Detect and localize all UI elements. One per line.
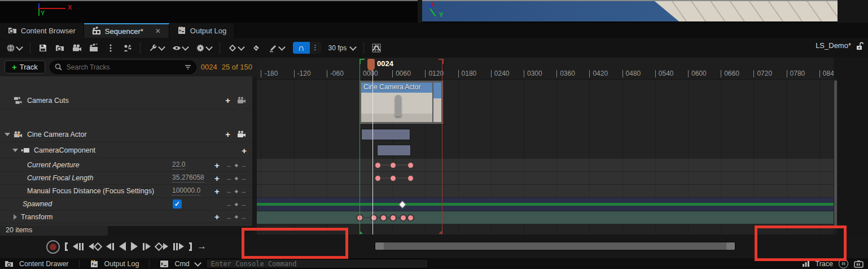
scrollbar-resize-right[interactable] [726,242,735,250]
add-track-button[interactable]: + Track [5,60,45,73]
aperture-keyframe[interactable] [389,162,397,169]
viewport-top-right[interactable]: Y [422,0,838,23]
transform-keyframe[interactable] [389,214,397,222]
current-frame-field[interactable]: 0024 [201,63,217,71]
track-row-camera-cuts[interactable]: Camera Cuts + [0,92,252,109]
aperture-keyframe[interactable] [407,162,414,169]
add-key-icon[interactable]: ◆ [235,202,238,207]
spawned-keyframe[interactable] [398,201,406,209]
next-key-icon[interactable]: → [240,188,247,194]
transform-keyframe[interactable] [370,214,378,222]
track-row-camera-component[interactable]: CameraComponent + [0,143,252,158]
add-track-button[interactable]: + [225,129,230,139]
track-row-manual-focus-distance[interactable]: Manual Focus Distance (Focus Settings) 1… [0,185,252,198]
expand-arrow-icon[interactable] [14,214,17,220]
track-row-transform[interactable]: Transform + ←◆→ [0,211,252,223]
prev-key-icon[interactable]: ← [226,201,233,207]
transform-keyframe[interactable] [380,214,387,222]
content-drawer-button[interactable]: Content Drawer [19,260,69,268]
next-key-icon[interactable]: → [240,214,247,220]
edit-options-button[interactable] [266,42,287,54]
playback-end-marker[interactable] [442,59,442,235]
track-row-current-aperture[interactable]: Current Aperture 22.0 + ←◆→ [0,159,252,172]
horizontal-scrollbar-thumb[interactable] [375,242,735,250]
next-key-icon[interactable]: → [240,201,247,207]
add-key-icon[interactable]: ◆ [235,176,238,181]
aperture-keyframes-row[interactable] [257,159,834,171]
transform-keyframe[interactable] [400,214,407,222]
expand-arrow-icon[interactable] [5,133,10,136]
next-key-icon[interactable]: → [240,162,247,168]
spawned-keyframes-row[interactable] [257,198,834,211]
auto-key-button[interactable] [249,42,264,54]
timeline-area[interactable]: -180-120-0600000006001200180024003000360… [257,58,834,235]
tab-content-browser[interactable]: Content Browser [0,23,84,38]
prev-key-icon[interactable]: ← [226,188,233,194]
more-options-button[interactable] [103,42,118,54]
search-input[interactable] [65,63,181,72]
save-button[interactable] [36,42,50,54]
browse-asset-button[interactable] [52,42,67,54]
horizontal-scrollbar[interactable] [374,242,736,250]
playback-options-button[interactable] [193,42,214,54]
filter-icon[interactable] [185,64,191,71]
curve-editor-button[interactable] [369,42,384,54]
cine-camera-actor-section[interactable] [361,129,410,140]
add-key-button[interactable]: + [214,173,220,183]
focus-distance-value[interactable]: 100000.0 [172,186,200,196]
focal-length-keyframe[interactable] [374,175,382,182]
jump-to-end-button[interactable] [189,242,192,251]
console-input[interactable] [210,259,427,268]
vertical-scrollbar-thumb[interactable] [834,80,837,226]
expand-arrow-icon[interactable] [12,149,18,152]
previous-shot-button[interactable] [73,243,84,250]
aperture-value[interactable]: 22.0 [172,160,185,170]
step-back-button[interactable] [106,243,114,250]
screenshot-icon[interactable] [854,260,863,268]
tab-output-log[interactable]: Output Log [169,23,235,38]
output-log-button[interactable]: Output Log [104,260,139,268]
close-icon[interactable]: ✕ [155,27,161,35]
vertical-scrollbar[interactable] [834,79,838,235]
play-mode-button[interactable]: → [197,242,207,250]
timeline-ruler[interactable]: -180-120-0600000006001200180024003000360… [257,58,834,80]
prev-key-icon[interactable]: ← [226,162,233,168]
add-key-button[interactable]: + [214,160,220,170]
playhead-handle[interactable] [367,59,375,71]
record-button[interactable] [46,240,60,254]
actions-button[interactable] [120,42,135,54]
prev-key-icon[interactable]: ← [226,214,233,220]
track-row-current-focal-length[interactable]: Current Focal Length 35.276058 + ←◆→ [0,172,252,185]
prev-key-icon[interactable]: ← [226,175,233,181]
aperture-keyframe[interactable] [374,162,382,169]
spawned-checkbox[interactable]: ✓ [173,199,182,209]
focus-distance-keyframes-row[interactable] [257,185,834,197]
previous-key-button[interactable] [89,243,101,250]
cmd-dropdown[interactable]: Cmd [174,260,189,268]
settings-button[interactable] [146,42,167,54]
scrollbar-resize-left[interactable] [375,242,384,250]
play-reverse-button[interactable] [119,242,126,251]
camera-lock-icon[interactable] [237,97,247,104]
camera-cut-thumbnail[interactable]: Cine Camera Actor [361,83,432,122]
next-key-button[interactable] [156,243,168,250]
playback-start-marker[interactable] [360,59,360,235]
track-row-spawned[interactable]: Spawned ✓ ←◆→ [0,198,252,211]
fps-dropdown[interactable]: 30 fps [323,42,359,54]
transform-keyframes-row[interactable] [257,211,834,224]
step-forward-button[interactable] [143,243,151,250]
focal-length-value[interactable]: 35.276058 [172,173,204,183]
viewport-top-left[interactable]: X Y [0,0,418,23]
keyframe-options-button[interactable] [225,42,247,54]
jump-to-front-button[interactable] [65,242,68,251]
camera-component-section[interactable] [377,145,411,156]
track-row-cine-camera-actor[interactable]: Cine Camera Actor + [0,127,252,142]
world-options-button[interactable] [3,42,25,54]
focal-length-keyframe[interactable] [389,175,397,182]
tab-sequencer[interactable]: Sequencer* ✕ [84,23,169,38]
play-button[interactable] [131,242,138,251]
next-key-icon[interactable]: → [240,175,247,181]
add-key-icon[interactable]: ◆ [235,214,238,219]
next-shot-button[interactable] [173,243,184,250]
view-options-button[interactable] [169,42,191,54]
